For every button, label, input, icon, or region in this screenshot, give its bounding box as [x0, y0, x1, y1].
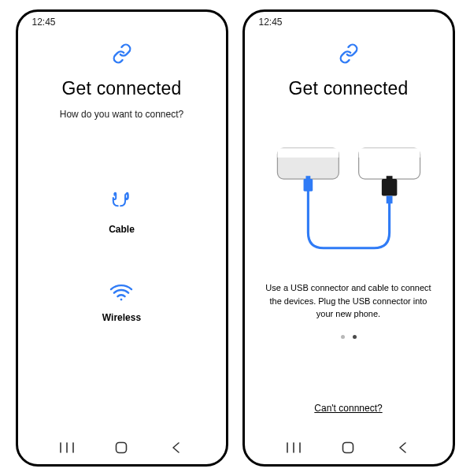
- svg-rect-10: [358, 148, 420, 158]
- cable-label: Cable: [109, 224, 135, 235]
- page-title: Get connected: [288, 78, 408, 99]
- content-area: Get connected Use a USB connector a: [245, 29, 453, 431]
- status-bar: 12:45: [245, 12, 453, 29]
- page-dot: [341, 335, 345, 339]
- wifi-icon: [108, 282, 135, 306]
- svg-rect-13: [381, 179, 396, 195]
- content-area: Get connected How do you want to connect…: [18, 29, 226, 431]
- nav-home-button[interactable]: [334, 433, 362, 462]
- svg-rect-8: [277, 148, 339, 158]
- nav-home-button[interactable]: [107, 433, 135, 462]
- wireless-option[interactable]: Wireless: [102, 282, 141, 323]
- page-indicator: [341, 335, 357, 339]
- svg-rect-1: [126, 194, 128, 199]
- cant-connect-link[interactable]: Can't connnect?: [314, 403, 382, 414]
- status-time: 12:45: [259, 17, 283, 28]
- cable-option[interactable]: Cable: [108, 191, 135, 235]
- nav-recent-button[interactable]: [53, 433, 81, 462]
- cable-illustration: [261, 147, 437, 277]
- phone-screen-left: 12:45 Get connected How do you want to c…: [16, 9, 228, 467]
- page-title: Get connected: [61, 78, 181, 99]
- svg-rect-12: [305, 176, 310, 180]
- svg-rect-6: [117, 443, 127, 453]
- nav-back-button[interactable]: [389, 433, 417, 462]
- wireless-label: Wireless: [102, 312, 141, 323]
- svg-rect-11: [303, 179, 313, 192]
- navigation-bar: [18, 431, 226, 464]
- phone-screen-right: 12:45 Get connected: [242, 9, 455, 467]
- svg-point-2: [120, 299, 123, 301]
- connection-options: Cable Wireless: [102, 191, 141, 323]
- nav-back-button[interactable]: [162, 433, 191, 462]
- instruction-text: Use a USB connector and cable to connect…: [261, 281, 437, 321]
- svg-rect-14: [386, 176, 392, 180]
- nav-recent-button[interactable]: [279, 433, 308, 462]
- page-subtitle: How do you want to connect?: [60, 109, 183, 120]
- status-bar: 12:45: [18, 12, 226, 29]
- cable-icon: [108, 191, 135, 218]
- link-icon: [112, 43, 132, 67]
- status-time: 12:45: [32, 17, 56, 28]
- link-icon: [339, 43, 359, 67]
- navigation-bar: [245, 431, 453, 464]
- svg-rect-19: [343, 443, 353, 453]
- page-dot-active: [353, 335, 357, 339]
